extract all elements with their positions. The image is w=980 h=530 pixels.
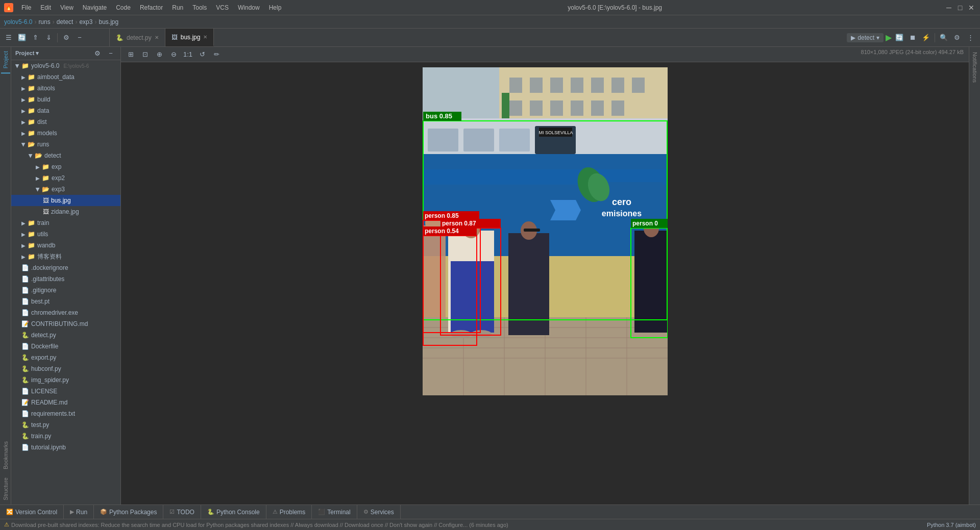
tree-exp2[interactable]: ▶ 📁 exp2 xyxy=(11,172,120,184)
zoom-out-button[interactable]: ⊖ xyxy=(168,49,179,60)
tree-aimboot[interactable]: ▶ 📁 aimboot_data xyxy=(11,71,120,83)
more-button[interactable]: ⋮ xyxy=(965,32,976,43)
bottom-tab-services[interactable]: ⚙ Services xyxy=(357,505,401,519)
hide-button[interactable]: − xyxy=(74,32,85,43)
bottom-tab-terminal[interactable]: ⬛ Terminal xyxy=(312,505,357,519)
exp-icon: 📁 xyxy=(42,163,50,170)
expand-all-button[interactable]: ⇓ xyxy=(43,32,54,43)
tree-dockerignore[interactable]: 📄 .dockerignore xyxy=(11,262,120,273)
bottom-tab-run[interactable]: ▶ Run xyxy=(64,505,94,519)
tree-detect-folder[interactable]: ▶ 📂 detect xyxy=(11,150,120,161)
menu-file[interactable]: File xyxy=(17,3,35,12)
tab-bus-jpg[interactable]: 🖼 bus.jpg ✕ xyxy=(165,29,214,46)
collapse-all-button[interactable]: ⇑ xyxy=(30,32,41,43)
tree-runs[interactable]: ▶ 📂 runs xyxy=(11,139,120,150)
menu-refactor[interactable]: Refactor xyxy=(136,3,167,12)
train-label: train xyxy=(37,219,49,226)
tree-exp3[interactable]: ▶ 📂 exp3 xyxy=(11,184,120,195)
menu-tools[interactable]: Tools xyxy=(188,3,211,12)
tree-readme[interactable]: 📝 README.md xyxy=(11,397,120,408)
menu-help[interactable]: Help xyxy=(265,3,286,12)
menu-vcs[interactable]: VCS xyxy=(212,3,233,12)
menu-run[interactable]: Run xyxy=(168,3,187,12)
sync-files-button[interactable]: 🔄 xyxy=(16,32,28,43)
tree-train[interactable]: ▶ 📁 train xyxy=(11,217,120,229)
run-reload-button[interactable]: 🔄 xyxy=(894,32,905,43)
tree-build[interactable]: ▶ 📁 build xyxy=(11,94,120,105)
tree-wandb[interactable]: ▶ 📁 wandb xyxy=(11,240,120,251)
image-container[interactable]: MI SOLSEVILLA cero emisiones xyxy=(121,62,969,504)
tree-best-pt[interactable]: 📄 best.pt xyxy=(11,296,120,307)
tree-license[interactable]: 📄 LICENSE xyxy=(11,386,120,397)
menu-code[interactable]: Code xyxy=(112,3,135,12)
settings-gear-button[interactable]: ⚙ xyxy=(951,32,963,43)
breadcrumb-exp3[interactable]: exp3 xyxy=(79,18,92,26)
tab-detect-py[interactable]: 🐍 detect.py ✕ xyxy=(110,29,165,46)
bottom-tab-python-packages[interactable]: 📦 Python Packages xyxy=(94,505,163,519)
tree-utils[interactable]: ▶ 📁 utils xyxy=(11,229,120,240)
tree-dockerfile[interactable]: 📄 Dockerfile xyxy=(11,341,120,352)
search-button[interactable]: 🔍 xyxy=(938,32,949,43)
zoom-100-button[interactable]: 1:1 xyxy=(182,49,193,60)
tree-requirements[interactable]: 📄 requirements.txt xyxy=(11,408,120,419)
tree-export-py[interactable]: 🐍 export.py xyxy=(11,352,120,363)
breadcrumb-project[interactable]: yolov5-6.0 xyxy=(4,18,32,26)
tree-models[interactable]: ▶ 📁 models xyxy=(11,128,120,139)
run-stop-button[interactable]: ⏹ xyxy=(907,32,918,43)
bus-jpg-tree-label: bus.jpg xyxy=(51,197,71,204)
breadcrumb-runs[interactable]: runs xyxy=(38,18,50,26)
bottom-tab-python-console[interactable]: 🐍 Python Console xyxy=(201,505,266,519)
tree-train-py[interactable]: 🐍 train.py xyxy=(11,431,120,442)
bottom-tab-problems[interactable]: ⚠ Problems xyxy=(266,505,312,519)
close-button[interactable]: ✕ xyxy=(967,3,976,12)
tree-aitools[interactable]: ▶ 📁 aitools xyxy=(11,83,120,94)
sidebar-hide-button[interactable]: − xyxy=(105,48,116,59)
tree-tutorial[interactable]: 📄 tutorial.ipynb xyxy=(11,442,120,453)
tree-data[interactable]: ▶ 📁 data xyxy=(11,105,120,116)
project-vtab[interactable]: Project xyxy=(1,47,10,73)
left-toolbar: ☰ 🔄 ⇑ ⇓ ⚙ − xyxy=(0,29,110,46)
menu-navigate[interactable]: Navigate xyxy=(79,3,111,12)
tree-zidane-jpg[interactable]: 🖼 zidane.jpg xyxy=(11,206,120,217)
tree-imgspider-py[interactable]: 🐍 img_spider.py xyxy=(11,374,120,386)
tree-gitattributes[interactable]: 📄 .gitattributes xyxy=(11,273,120,285)
menu-view[interactable]: View xyxy=(56,3,78,12)
breadcrumb-detect[interactable]: detect xyxy=(57,18,74,26)
run-play-button[interactable]: ▶ xyxy=(886,33,892,42)
tree-contributing[interactable]: 📝 CONTRIBUTING.md xyxy=(11,318,120,330)
actual-size-button[interactable]: ⊡ xyxy=(139,49,151,60)
tree-bus-jpg[interactable]: 🖼 bus.jpg xyxy=(11,195,120,206)
menu-window[interactable]: Window xyxy=(234,3,264,12)
tree-detect-py[interactable]: 🐍 detect.py xyxy=(11,330,120,341)
rotate-button[interactable]: ↺ xyxy=(197,49,208,60)
tree-dist[interactable]: ▶ 📁 dist xyxy=(11,116,120,128)
fit-image-button[interactable]: ⊞ xyxy=(125,49,136,60)
tab-bus-close[interactable]: ✕ xyxy=(203,34,207,40)
structure-vtab[interactable]: Structure xyxy=(1,473,10,504)
svg-rect-21 xyxy=(499,129,530,152)
tree-blog[interactable]: ▶ 📁 博客资料 xyxy=(11,251,120,262)
settings-button[interactable]: ⚙ xyxy=(61,32,72,43)
notifications-vtab[interactable]: Notifications xyxy=(971,49,979,86)
breadcrumb-file[interactable]: bus.jpg xyxy=(99,18,118,26)
bookmarks-vtab[interactable]: Bookmarks xyxy=(1,437,10,473)
bottom-tab-todo[interactable]: ☑ TODO xyxy=(163,505,201,519)
tree-root[interactable]: ▶ 📁 yolov5-6.0 E:\yolov5-6 xyxy=(11,60,120,71)
tree-hubconf-py[interactable]: 🐍 hubconf.py xyxy=(11,363,120,374)
tab-detect-close[interactable]: ✕ xyxy=(155,35,159,40)
zoom-in-button[interactable]: ⊕ xyxy=(154,49,165,60)
tree-test-py[interactable]: 🐍 test.py xyxy=(11,419,120,431)
menu-edit[interactable]: Edit xyxy=(36,3,55,12)
maximize-button[interactable]: □ xyxy=(955,3,965,12)
tree-exp[interactable]: ▶ 📁 exp xyxy=(11,161,120,172)
run-extra-button[interactable]: ⚡ xyxy=(920,32,932,43)
run-config-dropdown[interactable]: ▶ detect ▾ xyxy=(847,33,884,42)
bottom-tab-version-control[interactable]: 🔀 Version Control xyxy=(0,505,64,519)
tree-gitignore[interactable]: 📄 .gitignore xyxy=(11,285,120,296)
minimize-button[interactable]: ─ xyxy=(944,3,953,12)
annotate-button[interactable]: ✏ xyxy=(211,49,222,60)
tree-chromedriver[interactable]: 📄 chromedriver.exe xyxy=(11,307,120,318)
toggle-sidebar-button[interactable]: ☰ xyxy=(3,32,14,43)
exp3-arrow: ▶ xyxy=(35,187,41,191)
sidebar-settings-button[interactable]: ⚙ xyxy=(92,48,103,59)
